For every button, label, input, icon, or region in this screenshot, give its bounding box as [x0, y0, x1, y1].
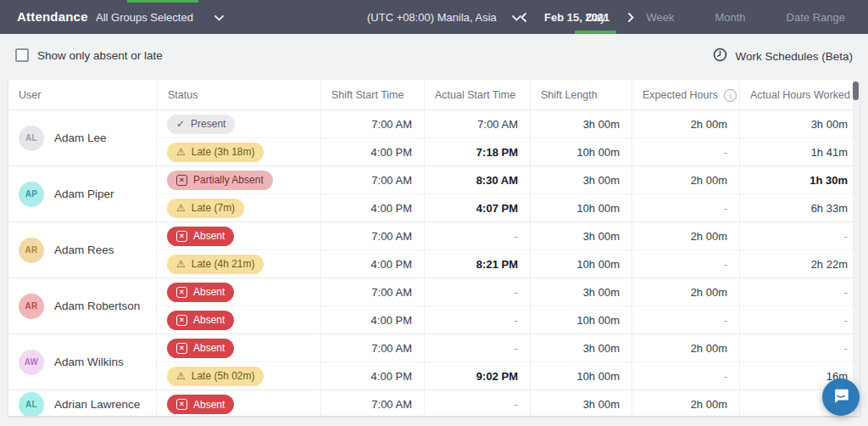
column-header-status: Status	[157, 80, 320, 110]
x-square-icon: ×	[176, 315, 187, 326]
shift-start-cell: 7:00 AM	[320, 222, 424, 249]
shift-length-cell: 3h 00m	[530, 222, 632, 249]
timezone-dropdown[interactable]: (UTC +08:00) Manila, Asia	[367, 0, 521, 34]
shift-length-cell: 3h 00m	[530, 334, 632, 362]
status-badge: ⚠ Late (4h 21m)	[167, 255, 264, 274]
absent-late-filter[interactable]: Show only absent or late	[15, 48, 163, 62]
status-label: Absent	[193, 230, 225, 242]
warning-icon: ⚠	[176, 258, 186, 270]
avatar: AL	[19, 126, 44, 151]
user-name: Adam Lee	[54, 132, 107, 144]
status-badge: ⚠ Late (5h 02m)	[167, 367, 264, 386]
table-row: AP Adam Piper × Partially Absent 7:00 AM…	[8, 166, 860, 222]
user-cell: AL Adrian Lawrence	[8, 390, 157, 416]
status-badge: × Absent	[167, 395, 234, 414]
status-cell: ⚠ Late (7m)	[157, 194, 320, 221]
actual-start-cell: -	[424, 390, 530, 416]
shift-row: × Partially Absent 7:00 AM 8:30 AM 3h 00…	[157, 166, 860, 193]
status-cell: × Partially Absent	[157, 166, 320, 193]
groups-dropdown[interactable]: All Groups Selected	[96, 0, 224, 34]
actual-hours-cell: 3h 00m	[739, 110, 860, 137]
status-cell: ⚠ Late (3h 18m)	[157, 138, 320, 165]
status-label: Late (5h 02m)	[192, 370, 255, 382]
shift-row: × Absent 7:00 AM - 3h 00m 2h 00m -	[157, 334, 860, 362]
x-square-icon: ×	[176, 399, 187, 410]
table-row: AL Adam Lee ✓ Present 7:00 AM 7:00 AM 3h…	[8, 110, 860, 166]
table-row: AL Adrian Lawrence × Absent 7:00 AM - 3h…	[8, 390, 860, 416]
avatar: AR	[19, 238, 44, 263]
expected-hours-cell: 2h 00m	[632, 334, 739, 362]
actual-start-cell: -	[424, 278, 530, 305]
shift-row: × Absent 7:00 AM - 3h 00m 2h 00m -	[157, 278, 860, 305]
x-square-icon: ×	[176, 343, 187, 354]
expected-hours-label: Expected Hours	[643, 89, 718, 101]
actual-hours-cell: -	[739, 306, 860, 334]
actual-hours-cell: -	[739, 222, 860, 249]
tab-date-range[interactable]: Date Range	[776, 0, 856, 34]
user-name: Adam Piper	[54, 188, 114, 200]
shift-row: × Absent 4:00 PM - 10h 00m - -	[157, 305, 860, 334]
expected-hours-cell: -	[632, 194, 739, 221]
shifts: × Absent 7:00 AM - 3h 00m 2h 00m - ⚠ Lat…	[157, 334, 860, 390]
user-cell: AL Adam Lee	[8, 110, 157, 165]
filter-checkbox-label: Show only absent or late	[37, 49, 163, 62]
status-cell: ⚠ Late (5h 02m)	[157, 362, 320, 390]
table-row: AW Adam Wilkins × Absent 7:00 AM - 3h 00…	[8, 334, 860, 390]
expected-hours-cell: 2h 00m	[632, 278, 739, 305]
chevron-down-icon	[214, 11, 224, 24]
shifts: × Partially Absent 7:00 AM 8:30 AM 3h 00…	[157, 166, 860, 221]
clock-icon	[713, 48, 727, 65]
chat-launcher-button[interactable]	[822, 378, 860, 416]
column-header-actual-hours: Actual Hours Worked	[739, 80, 860, 110]
shift-start-cell: 4:00 PM	[320, 306, 424, 334]
shifts: ✓ Present 7:00 AM 7:00 AM 3h 00m 2h 00m …	[157, 110, 860, 165]
user-name: Adam Wilkins	[54, 356, 124, 368]
info-icon[interactable]: i	[724, 89, 737, 102]
user-name: Adam Robertson	[54, 300, 140, 312]
expected-hours-cell: 2h 00m	[632, 222, 739, 249]
check-icon: ✓	[176, 118, 185, 130]
tab-week[interactable]: Week	[635, 0, 685, 34]
shift-row: ✓ Present 7:00 AM 7:00 AM 3h 00m 2h 00m …	[157, 110, 860, 137]
shift-length-cell: 10h 00m	[530, 362, 632, 390]
status-label: Present	[191, 118, 225, 130]
shift-start-cell: 4:00 PM	[320, 250, 424, 277]
actual-start-cell: -	[424, 222, 530, 249]
top-green-strip	[127, 0, 198, 3]
shift-start-cell: 7:00 AM	[320, 166, 424, 193]
user-cell: AW Adam Wilkins	[8, 334, 157, 390]
status-badge: × Partially Absent	[167, 171, 273, 190]
status-badge: ⚠ Late (3h 18m)	[167, 143, 264, 162]
page-title: Attendance	[17, 0, 88, 34]
column-header-shift-start: Shift Start Time	[320, 80, 424, 110]
expected-hours-cell: -	[632, 362, 739, 390]
view-tabs: Day Week Month Date Range	[575, 0, 856, 34]
tab-day[interactable]: Day	[575, 0, 616, 34]
status-label: Absent	[193, 399, 225, 411]
shift-row: × Absent 7:00 AM - 3h 00m 2h 00m -	[157, 222, 860, 249]
expected-hours-cell: -	[632, 138, 739, 165]
warning-icon: ⚠	[176, 370, 186, 382]
x-square-icon: ×	[176, 175, 187, 186]
shift-length-cell: 10h 00m	[530, 306, 632, 334]
avatar: AP	[19, 182, 44, 207]
chat-bubble-icon	[832, 386, 850, 408]
status-cell: ✓ Present	[157, 110, 320, 137]
scrollbar-thumb[interactable]	[853, 81, 859, 100]
shift-start-cell: 7:00 AM	[320, 278, 424, 305]
filter-checkbox[interactable]	[15, 48, 29, 62]
user-cell: AR Adam Rees	[8, 222, 157, 277]
status-badge: × Absent	[167, 339, 234, 358]
actual-start-cell: 8:21 PM	[424, 250, 530, 277]
status-badge: × Absent	[167, 283, 234, 302]
tab-month[interactable]: Month	[704, 0, 756, 34]
scrollbar-track[interactable]	[853, 80, 860, 416]
previous-day-button[interactable]	[515, 9, 531, 25]
actual-start-cell: 8:30 AM	[424, 166, 530, 193]
work-schedules-link[interactable]: Work Schedules (Beta)	[713, 48, 853, 65]
avatar: AR	[19, 294, 44, 319]
shift-start-cell: 7:00 AM	[320, 390, 424, 416]
expected-hours-cell: 2h 00m	[632, 166, 739, 193]
shift-start-cell: 7:00 AM	[320, 334, 424, 362]
actual-start-cell: -	[424, 306, 530, 334]
